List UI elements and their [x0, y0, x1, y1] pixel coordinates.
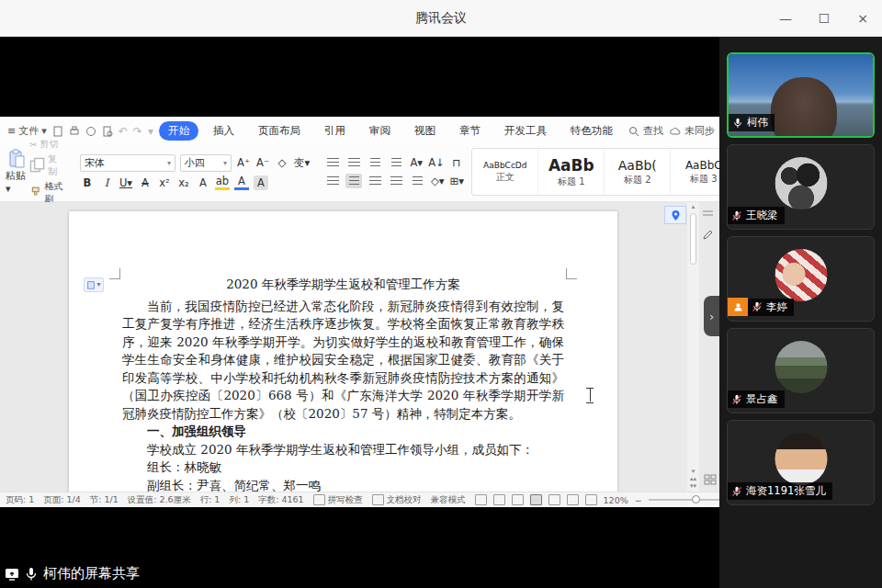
maximize-button[interactable]: ☐: [805, 0, 843, 37]
clear-format-button[interactable]: ◇: [275, 155, 289, 170]
bold-button[interactable]: B: [80, 175, 95, 190]
style-body[interactable]: AaBbCcDd 正文: [472, 149, 538, 195]
find-menu[interactable]: 查找: [628, 124, 663, 138]
shrink-font-button[interactable]: A⁻: [255, 155, 270, 170]
customize-toolbar-icon[interactable]: ▾: [148, 125, 153, 138]
superscript-button[interactable]: x²: [157, 175, 172, 190]
vertical-scrollbar[interactable]: ▴: [687, 202, 699, 492]
pinyin-button[interactable]: 变▾: [294, 155, 310, 170]
increase-indent-icon[interactable]: [388, 155, 404, 170]
new-doc-icon[interactable]: [52, 125, 63, 138]
sort-icon[interactable]: A↓: [428, 155, 445, 170]
numbered-list-icon[interactable]: [345, 155, 362, 170]
align-center-icon[interactable]: [345, 174, 362, 188]
participant-tile-kewei[interactable]: 柯伟: [727, 52, 875, 138]
bullet-list-icon[interactable]: [324, 155, 341, 170]
align-right-icon[interactable]: [367, 174, 383, 188]
fullscreen-view-icon[interactable]: [475, 494, 487, 505]
reader-view-icon[interactable]: [548, 494, 560, 505]
tab-view[interactable]: 视图: [405, 121, 445, 141]
grow-font-button[interactable]: A⁺: [236, 155, 251, 170]
subscript-button[interactable]: x₂: [176, 175, 191, 190]
zoom-knob[interactable]: [692, 495, 700, 503]
spellcheck-button[interactable]: 拼写检查: [313, 494, 363, 506]
italic-button[interactable]: I: [99, 175, 114, 190]
ink-pen-icon[interactable]: [702, 229, 714, 241]
close-button[interactable]: ×: [843, 0, 882, 37]
copy-button[interactable]: 复制: [29, 153, 65, 178]
web-view-icon[interactable]: [567, 494, 579, 505]
page-thumbnail-icon[interactable]: [704, 474, 717, 488]
participant-tile-zhangxueer[interactable]: 海资1191张雪儿: [727, 420, 875, 505]
prev-page-icon[interactable]: ▴▴: [690, 475, 696, 482]
proofread-button[interactable]: 文档校对: [372, 494, 422, 506]
window-controls: — ☐ ×: [766, 0, 882, 37]
participants-panel: 柯伟 王晓梁: [719, 37, 882, 588]
scroll-up-icon[interactable]: ▴: [692, 202, 695, 211]
style-heading3[interactable]: AaBbC 标题 3: [671, 149, 719, 195]
tab-insert[interactable]: 插入: [204, 121, 243, 141]
font-name-combo[interactable]: 宋体▾: [80, 154, 175, 172]
font-size-combo[interactable]: 小四▾: [180, 154, 232, 172]
style-heading1[interactable]: AaBb 标题 1: [538, 149, 605, 195]
participant-label: 柯伟: [729, 114, 775, 131]
tab-special-features[interactable]: 特色功能: [561, 121, 622, 141]
collapse-panel-button[interactable]: ›: [704, 296, 719, 336]
document-page[interactable]: ▾ 2020 年秋季学期学生返校和管理工作方案 当前，我国疫情防控已经进入常态化…: [69, 211, 617, 492]
tab-home[interactable]: 开始: [159, 121, 198, 141]
doc-locate-pin-button[interactable]: [664, 206, 686, 224]
participant-tile-jingzhanxin[interactable]: 景占鑫: [727, 328, 875, 413]
shading-icon[interactable]: ◇▾: [430, 174, 445, 188]
paragraph-layout-icon[interactable]: ⊓: [449, 155, 464, 170]
document-text[interactable]: ▾ 2020 年秋季学期学生返校和管理工作方案 当前，我国疫情防控已经进入常态化…: [122, 276, 564, 492]
participant-tile-liting[interactable]: 李婷: [727, 236, 875, 322]
scroll-down-icon[interactable]: ▾: [692, 468, 695, 475]
document-canvas[interactable]: ▾ 2020 年秋季学期学生返校和管理工作方案 当前，我国疫情防控已经进入常态化…: [0, 202, 719, 492]
line-spacing-icon[interactable]: [409, 174, 425, 188]
adjust-lines-icon[interactable]: [702, 208, 714, 220]
page-nav[interactable]: ▾ ▴▴ ▾▾: [687, 468, 699, 490]
tab-section[interactable]: 章节: [450, 121, 490, 141]
print-icon[interactable]: [69, 125, 80, 138]
status-wordcount[interactable]: 字数: 4161: [258, 494, 303, 506]
eye-protect-icon[interactable]: [585, 494, 597, 505]
char-shading-button[interactable]: A: [254, 175, 268, 190]
tab-developer[interactable]: 开发工具: [495, 121, 556, 141]
enclose-char-button[interactable]: A: [196, 175, 210, 190]
font-color-button[interactable]: A: [234, 175, 249, 190]
status-col: 列: 1: [229, 494, 249, 506]
align-left-icon[interactable]: [324, 174, 341, 188]
decrease-indent-icon[interactable]: [367, 155, 383, 170]
strikethrough-button[interactable]: A: [138, 175, 153, 190]
scrollbar-thumb[interactable]: [690, 213, 696, 265]
tab-references[interactable]: 引用: [315, 121, 355, 141]
zoom-level[interactable]: 120%: [604, 495, 628, 505]
zoom-out-button[interactable]: −: [635, 495, 642, 505]
outline-view-icon[interactable]: [493, 494, 505, 505]
justify-icon[interactable]: [388, 174, 404, 188]
minimize-button[interactable]: —: [766, 0, 805, 37]
preview-icon[interactable]: [102, 125, 113, 138]
tab-review[interactable]: 审阅: [360, 121, 400, 141]
next-page-icon[interactable]: ▾▾: [690, 482, 696, 490]
paste-button[interactable]: 粘贴 ▾: [6, 148, 29, 196]
paste-options-button[interactable]: ▾: [84, 277, 104, 292]
cut-button[interactable]: ✂剪切: [29, 138, 65, 151]
page-view-icon[interactable]: [530, 494, 542, 505]
sync-status[interactable]: 未同步: [669, 124, 715, 138]
participant-tile-wangxiaoliang[interactable]: 王晓梁: [727, 144, 875, 230]
ink-view-icon[interactable]: [512, 494, 524, 505]
file-menu[interactable]: ≡ 文件▾: [7, 124, 47, 138]
participant-label: 海资1191张雪儿: [728, 482, 832, 500]
underline-button[interactable]: U▾: [119, 175, 133, 190]
redo-icon[interactable]: ↷: [133, 125, 142, 138]
style-heading2[interactable]: AaBb( 标题 2: [605, 149, 671, 195]
undo-icon[interactable]: ↶: [119, 125, 128, 138]
highlight-button[interactable]: ab: [215, 175, 230, 190]
export-icon[interactable]: [85, 125, 96, 138]
status-line: 行: 1: [200, 494, 220, 506]
tab-page-layout[interactable]: 页面布局: [249, 121, 310, 141]
borders-icon[interactable]: ⊞▾: [449, 174, 464, 188]
text-direction-icon[interactable]: A▾: [409, 155, 424, 170]
zoom-slider[interactable]: [649, 499, 719, 501]
